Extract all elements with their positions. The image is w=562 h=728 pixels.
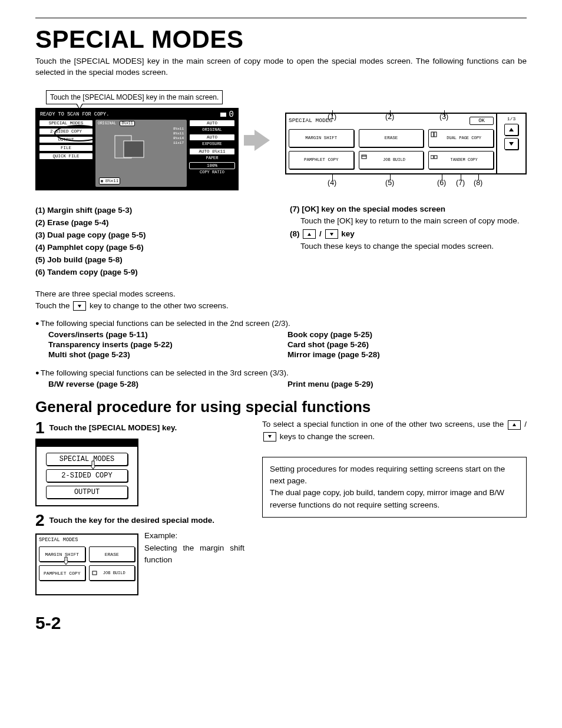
step2-figure: SPECIAL MODES MARGIN SHIFT ERASE PAMPHLE… bbox=[35, 533, 138, 595]
arrow-down-key-icon bbox=[325, 229, 338, 239]
numbered-list-right: (7) [OK] key on the special modes screen… bbox=[290, 202, 527, 280]
numbered-list-left: (1) Margin shift (page 5-3) (2) Erase (p… bbox=[35, 202, 272, 280]
callout-4: (4) bbox=[328, 179, 336, 187]
mini-2sided-button[interactable]: 2-SIDED COPY bbox=[46, 469, 128, 482]
callout-7: (7) bbox=[456, 179, 465, 187]
job-build-icon bbox=[92, 570, 98, 576]
screen2-list-left: Covers/inserts (page 5-11) Transparency … bbox=[48, 329, 287, 360]
sm-title: SPECIAL MODES bbox=[289, 117, 332, 124]
callout-5: (5) bbox=[385, 179, 394, 187]
flow-arrow-icon bbox=[246, 90, 278, 190]
quick-file-button[interactable]: QUICK FILE bbox=[39, 153, 93, 160]
copy-count: 0 bbox=[229, 110, 234, 119]
step1-figure: SPECIAL MODES 2-SIDED COPY OUTPUT bbox=[35, 439, 138, 506]
margin-shift-button[interactable]: MARGIN SHIFT bbox=[289, 129, 354, 147]
special-modes-button[interactable]: SPECIAL MODES bbox=[39, 120, 93, 127]
svg-rect-0 bbox=[220, 113, 226, 117]
svg-marker-9 bbox=[509, 128, 514, 131]
page-indicator: 1/3 bbox=[507, 116, 515, 121]
mini-erase-button[interactable]: ERASE bbox=[89, 546, 135, 562]
mini-margin-shift-button[interactable]: MARGIN SHIFT bbox=[39, 546, 85, 562]
callout-6: (6) bbox=[437, 179, 446, 187]
screens-count-text: There are three special modes screens. T… bbox=[35, 288, 527, 312]
change-screen-text: To select a special function in one of t… bbox=[262, 419, 527, 443]
svg-rect-8 bbox=[434, 156, 437, 159]
screen3-list-right: Print menu (page 5-29) bbox=[287, 378, 527, 390]
arrow-down-key-icon bbox=[73, 301, 86, 311]
tandem-copy-button[interactable]: TANDEM COPY bbox=[428, 151, 494, 169]
svg-rect-7 bbox=[431, 156, 434, 159]
arrow-down-key-icon bbox=[263, 432, 276, 442]
example-text: Example: Selecting the margin shift func… bbox=[144, 530, 244, 595]
svg-rect-5 bbox=[362, 155, 366, 159]
callout-8: (8) bbox=[474, 179, 482, 187]
mini-job-build-button[interactable]: JOB BUILD bbox=[89, 565, 135, 581]
svg-rect-14 bbox=[92, 571, 97, 575]
svg-marker-16 bbox=[268, 435, 272, 438]
mini-special-modes-button[interactable]: SPECIAL MODES bbox=[46, 453, 128, 466]
screen2-list-right: Book copy (page 5-25) Card shot (page 5-… bbox=[287, 329, 527, 360]
step-2-number: 2 bbox=[35, 512, 45, 529]
arrow-up-key-icon bbox=[303, 229, 316, 239]
intro-text: Touch the [SPECIAL MODES] key in the mai… bbox=[35, 56, 527, 78]
pamphlet-copy-button[interactable]: PAMPHLET COPY bbox=[289, 151, 354, 169]
mini-output-button[interactable]: OUTPUT bbox=[46, 486, 128, 499]
file-button[interactable]: FILE bbox=[39, 144, 93, 151]
erase-button[interactable]: ERASE bbox=[359, 129, 424, 147]
step-1-text: Touch the [SPECIAL MODES] key. bbox=[49, 420, 244, 432]
main-screen-figure: Touch the [SPECIAL MODES] key in the mai… bbox=[35, 90, 239, 190]
scroll-up-button[interactable] bbox=[504, 124, 518, 136]
svg-marker-11 bbox=[308, 233, 311, 236]
folder-icon bbox=[220, 111, 227, 117]
info-box: Setting procedures for modes requiring s… bbox=[262, 457, 527, 518]
job-build-button[interactable]: JOB BUILD bbox=[359, 151, 424, 169]
special-modes-figure: (1) (2) (3) SPECIAL MODES OK MARGIN SHIF… bbox=[285, 90, 527, 190]
paper-auto-button[interactable]: AUTO 8½x11 bbox=[189, 148, 235, 155]
hand-pointer-icon bbox=[62, 556, 71, 566]
dual-page-icon bbox=[431, 131, 438, 139]
paper-size-button[interactable]: ▦ 8½x11 bbox=[99, 177, 120, 185]
screen3-list-left: B/W reverse (page 5-28) bbox=[48, 378, 287, 390]
bullet-screen3: The following special functions can be s… bbox=[35, 368, 527, 377]
svg-marker-15 bbox=[513, 423, 516, 426]
arrow-up-key-icon bbox=[508, 420, 521, 430]
output-button[interactable]: OUTPUT bbox=[39, 136, 93, 143]
copier-main-screen: READY TO SCAN FOR COPY. 0 SPECIAL MODES … bbox=[35, 108, 239, 190]
svg-rect-4 bbox=[434, 132, 437, 137]
arrow-down-icon bbox=[508, 141, 514, 146]
copy-ratio-button[interactable]: 100% bbox=[189, 162, 235, 169]
arrow-up-icon bbox=[508, 127, 514, 132]
ready-label: READY TO SCAN FOR COPY. bbox=[40, 111, 109, 117]
original-auto-button[interactable]: AUTO bbox=[189, 120, 235, 127]
step-1-number: 1 bbox=[35, 420, 45, 436]
page-title: SPECIAL MODES bbox=[35, 25, 527, 54]
tandem-icon bbox=[431, 153, 438, 160]
svg-rect-3 bbox=[431, 132, 434, 137]
step-2-text: Touch the key for the desired special mo… bbox=[49, 512, 244, 525]
subheading: General procedure for using special func… bbox=[35, 398, 527, 416]
exposure-auto-button[interactable]: AUTO bbox=[189, 134, 235, 141]
svg-marker-10 bbox=[509, 142, 514, 146]
scroll-down-button[interactable] bbox=[504, 138, 518, 150]
svg-marker-13 bbox=[78, 305, 81, 308]
paper-diagram-icon bbox=[112, 133, 147, 162]
tip-callout: Touch the [SPECIAL MODES] key in the mai… bbox=[46, 90, 223, 104]
svg-rect-2 bbox=[124, 141, 144, 157]
page-number: 5-2 bbox=[35, 613, 527, 633]
bullet-screen2: The following special functions can be s… bbox=[35, 319, 527, 328]
mini-pamphlet-button[interactable]: PAMPHLET COPY bbox=[39, 565, 85, 581]
job-build-icon bbox=[361, 153, 368, 160]
ok-button[interactable]: OK bbox=[470, 117, 494, 125]
two-sided-copy-button[interactable]: 2-SIDED COPY bbox=[39, 128, 93, 135]
dual-page-copy-button[interactable]: DUAL PAGE COPY bbox=[428, 129, 494, 147]
svg-marker-12 bbox=[330, 233, 333, 236]
